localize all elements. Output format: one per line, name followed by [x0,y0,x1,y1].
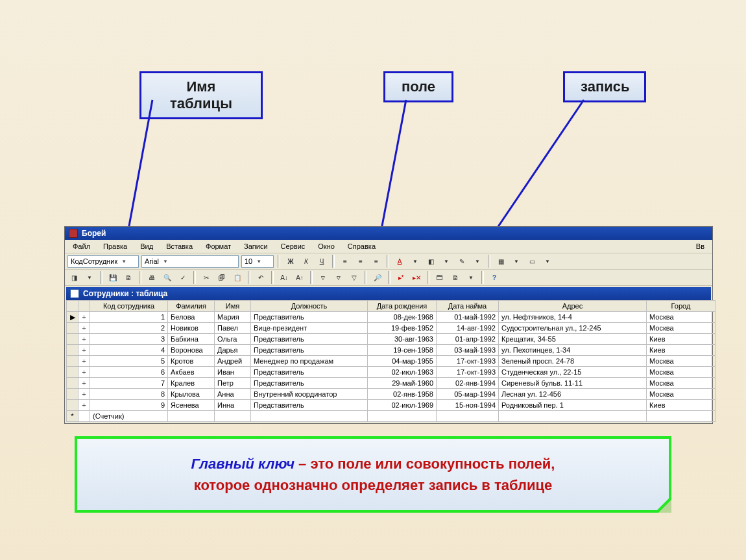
col-role[interactable]: Должность [251,301,368,312]
row-selector[interactable] [67,389,78,400]
menu-tools[interactable]: Сервис [276,241,311,251]
filter-form-icon[interactable]: 🜄 [332,271,345,284]
cell-dob[interactable]: 30-авг-1963 [368,334,437,345]
cell-city[interactable]: Москва [647,312,716,323]
help-icon[interactable]: ? [488,271,501,284]
cell-name[interactable]: Андрей [215,356,251,367]
cell-empty[interactable] [437,411,499,422]
cell-id[interactable]: 6 [90,367,168,378]
cell-dob[interactable]: 04-мар-1955 [368,356,437,367]
col-hire[interactable]: Дата найма [437,301,499,312]
cell-address[interactable]: ул. Нефтяников, 14-4 [499,312,647,323]
align-right-icon[interactable]: ≡ [370,255,383,268]
apply-filter-icon[interactable]: ▽ [348,271,361,284]
cell-city[interactable]: Киев [647,334,716,345]
cell-city[interactable]: Москва [647,367,716,378]
expand-icon[interactable]: + [78,400,90,411]
menu-insert[interactable]: Вставка [161,241,198,251]
table-row[interactable]: +2НовиковПавелВице-президент19-фев-19521… [67,323,716,334]
expand-icon[interactable]: + [78,323,90,334]
cell-dob[interactable]: 08-дек-1968 [368,312,437,323]
cell-name[interactable]: Анна [215,389,251,400]
new-record-icon[interactable]: ▸* [394,271,407,284]
cell-name[interactable]: Ольга [215,334,251,345]
dropdown-icon[interactable]: ▼ [510,255,523,268]
cell-surname[interactable]: Крылова [168,389,215,400]
expand-icon[interactable]: + [78,367,90,378]
expand-icon[interactable]: + [78,312,90,323]
cell-name[interactable]: Павел [215,323,251,334]
italic-button[interactable]: К [300,255,313,268]
table-row[interactable]: +3БабкинаОльгаПредставитель30-авг-196301… [67,334,716,345]
col-city[interactable]: Город [647,301,716,312]
filter-selection-icon[interactable]: 🜄 [317,271,330,284]
menu-window[interactable]: Окно [313,241,340,251]
cell-role[interactable]: Вице-президент [251,323,368,334]
cell-surname[interactable]: Новиков [168,323,215,334]
grid-icon[interactable]: ▦ [494,255,507,268]
dropdown-icon[interactable]: ▼ [464,271,477,284]
find-icon[interactable]: 🔎 [371,271,384,284]
expand-icon[interactable]: + [78,345,90,356]
cell-address[interactable]: Судостроительная ул., 12-245 [499,323,647,334]
cell-surname[interactable]: Бабкина [168,334,215,345]
underline-button[interactable]: Ч [315,255,328,268]
print-icon[interactable]: 🖶 [145,271,158,284]
bold-button[interactable]: Ж [284,255,297,268]
cell-role[interactable]: Представитель [251,312,368,323]
save-icon[interactable]: 💾 [106,271,119,284]
cell-dob[interactable]: 19-фев-1952 [368,323,437,334]
cell-name[interactable]: Мария [215,312,251,323]
border-icon[interactable]: ▭ [525,255,538,268]
cell-hire[interactable]: 02-янв-1994 [437,378,499,389]
cell-hire[interactable]: 15-ноя-1994 [437,400,499,411]
cell-empty[interactable] [647,411,716,422]
cell-surname[interactable]: Кротов [168,356,215,367]
cell-address[interactable]: Крещатик, 34-55 [499,334,647,345]
expand-icon[interactable]: + [78,389,90,400]
menu-help[interactable]: Справка [343,241,381,251]
col-address[interactable]: Адрес [499,301,647,312]
table-new-row[interactable]: *(Счетчик) [67,411,716,422]
table-row[interactable]: +9ЯсеневаИннаПредставитель02-июл-196915-… [67,400,716,411]
cell-id[interactable]: 2 [90,323,168,334]
cell-role[interactable]: Представитель [251,334,368,345]
field-selector[interactable]: КодСотрудник▼ [67,255,139,268]
cell-empty[interactable] [368,411,437,422]
cell-address[interactable]: Сиреневый бульв. 11-11 [499,378,647,389]
cell-city[interactable]: Киев [647,400,716,411]
cell-dob[interactable]: 02-янв-1958 [368,389,437,400]
cell-city[interactable]: Москва [647,378,716,389]
cell-surname[interactable]: Кралев [168,378,215,389]
cell-role[interactable]: Представитель [251,345,368,356]
cell-name[interactable]: Петр [215,378,251,389]
font-size-selector[interactable]: 10▼ [241,255,274,268]
row-selector[interactable] [67,356,78,367]
table-row[interactable]: ▶+1БеловаМарияПредставитель08-дек-196801… [67,312,716,323]
row-selector[interactable]: ▶ [67,312,78,323]
cell-role[interactable]: Менеджер по продажам [251,356,368,367]
sort-asc-icon[interactable]: A↓ [278,271,291,284]
cell-id[interactable]: 5 [90,356,168,367]
row-selector[interactable] [67,323,78,334]
dropdown-icon[interactable]: ▼ [409,255,422,268]
cell-surname[interactable]: Воронова [168,345,215,356]
expand-icon[interactable]: + [78,378,90,389]
cut-icon[interactable]: ✂ [200,271,213,284]
cell-empty[interactable] [499,411,647,422]
cell-hire[interactable]: 17-окт-1993 [437,356,499,367]
cell-city[interactable]: Киев [647,345,716,356]
cell-city[interactable]: Москва [647,356,716,367]
spellcheck-icon[interactable]: ✓ [176,271,189,284]
view-icon[interactable]: ◨ [67,271,80,284]
align-center-icon[interactable]: ≡ [354,255,367,268]
cell-hire[interactable]: 14-авг-1992 [437,323,499,334]
row-selector[interactable] [67,400,78,411]
preview-icon[interactable]: 🔍 [161,271,174,284]
col-surname[interactable]: Фамилия [168,301,215,312]
cell-id[interactable]: 4 [90,345,168,356]
cell-name[interactable]: Иван [215,367,251,378]
row-selector[interactable] [67,367,78,378]
db-window-icon[interactable]: 🗔 [433,271,446,284]
copy-icon[interactable]: 🗐 [215,271,228,284]
